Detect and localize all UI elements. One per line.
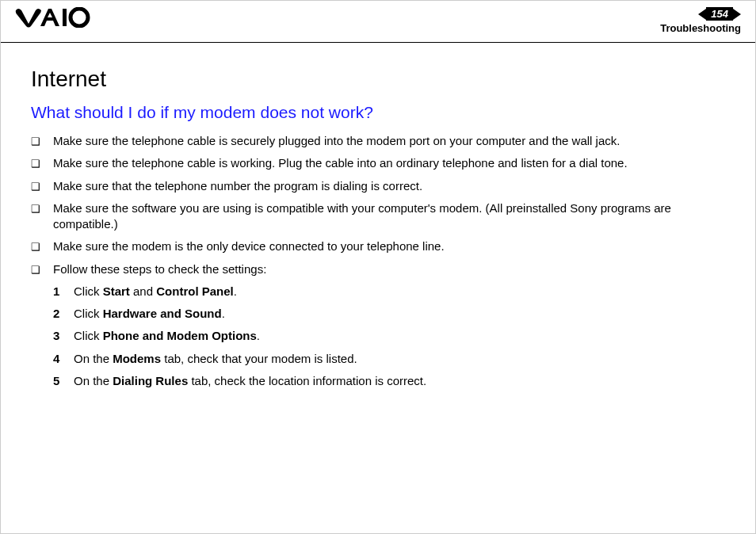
svg-point-1 (71, 9, 88, 26)
bullet-icon: ❑ (31, 157, 53, 171)
prev-page-arrow-icon[interactable] (698, 9, 706, 20)
next-page-arrow-icon[interactable] (733, 9, 741, 20)
step-item: 5On the Dialing Rules tab, check the loc… (53, 373, 736, 389)
bullet-icon: ❑ (31, 240, 53, 254)
page-title: Internet (31, 67, 736, 92)
page-subtitle: What should I do if my modem does not wo… (31, 103, 736, 122)
steps-list: 1Click Start and Control Panel.2Click Ha… (31, 284, 736, 389)
step-number: 1 (53, 284, 74, 299)
step-number: 5 (53, 373, 74, 389)
step-item: 1Click Start and Control Panel. (53, 284, 736, 299)
list-item: ❑ Make sure the telephone cable is secur… (31, 133, 736, 149)
page-badge: 154 (698, 7, 741, 21)
list-item: ❑ Follow these steps to check the settin… (31, 261, 736, 277)
bullet-text: Make sure the telephone cable is working… (53, 155, 736, 171)
section-label: Troubleshooting (660, 22, 741, 34)
bullet-text: Make sure the modem is the only device c… (53, 238, 736, 254)
bullet-icon: ❑ (31, 135, 53, 149)
bullet-icon: ❑ (31, 180, 53, 194)
bullet-text: Make sure that the telephone number the … (53, 178, 736, 194)
step-text: Click Phone and Modem Options. (74, 328, 736, 344)
step-text: Click Hardware and Sound. (74, 306, 736, 322)
page-content: Internet What should I do if my modem do… (1, 43, 755, 389)
step-number: 3 (53, 328, 74, 344)
bullet-text: Follow these steps to check the settings… (53, 261, 736, 277)
bullet-icon: ❑ (31, 202, 53, 216)
step-text: On the Dialing Rules tab, check the loca… (74, 373, 736, 389)
step-item: 4On the Modems tab, check that your mode… (53, 351, 736, 367)
step-number: 4 (53, 351, 74, 367)
step-item: 2Click Hardware and Sound. (53, 306, 736, 322)
page-number: 154 (706, 7, 733, 21)
step-text: Click Start and Control Panel. (74, 284, 736, 299)
page-nav: 154 Troubleshooting (660, 7, 741, 34)
page-header: 154 Troubleshooting (1, 1, 755, 43)
vaio-logo (15, 7, 94, 31)
svg-rect-0 (63, 9, 67, 26)
list-item: ❑ Make sure the software you are using i… (31, 200, 736, 233)
bullet-text: Make sure the telephone cable is securel… (53, 133, 736, 149)
step-number: 2 (53, 306, 74, 322)
bullet-icon: ❑ (31, 263, 53, 277)
step-item: 3Click Phone and Modem Options. (53, 328, 736, 344)
list-item: ❑ Make sure the telephone cable is worki… (31, 155, 736, 171)
bullet-list: ❑ Make sure the telephone cable is secur… (31, 133, 736, 277)
list-item: ❑ Make sure that the telephone number th… (31, 178, 736, 194)
step-text: On the Modems tab, check that your modem… (74, 351, 736, 367)
list-item: ❑ Make sure the modem is the only device… (31, 238, 736, 254)
bullet-text: Make sure the software you are using is … (53, 200, 736, 233)
